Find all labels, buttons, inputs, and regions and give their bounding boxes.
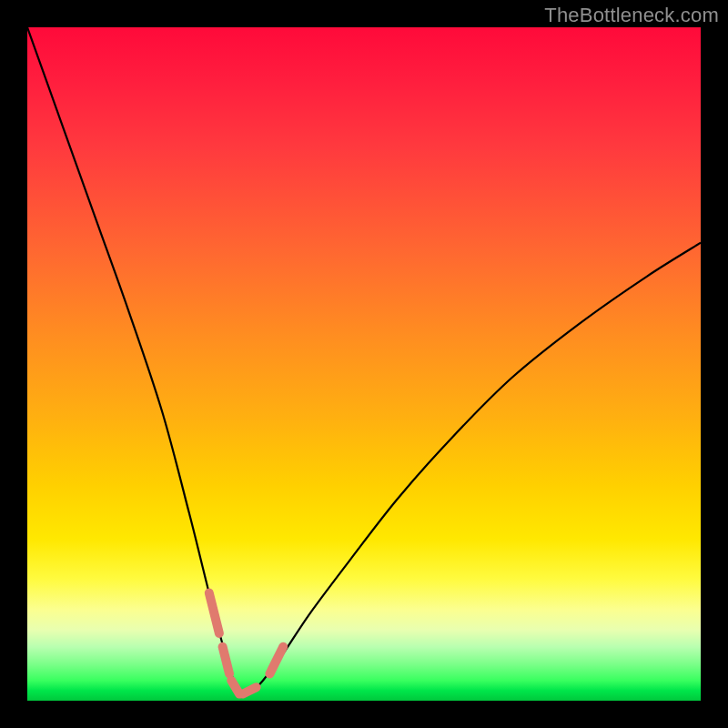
marker-segment [231, 681, 239, 694]
plot-area [27, 27, 701, 701]
marker-segment [269, 647, 283, 674]
marker-segment [223, 647, 229, 674]
bottleneck-curve [27, 27, 701, 695]
chart-frame: TheBottleneck.com [0, 0, 728, 728]
watermark-text: TheBottleneck.com [544, 4, 719, 27]
curve-markers [209, 593, 283, 694]
marker-segment [243, 687, 257, 693]
marker-segment [209, 593, 219, 633]
curve-svg [27, 27, 701, 701]
